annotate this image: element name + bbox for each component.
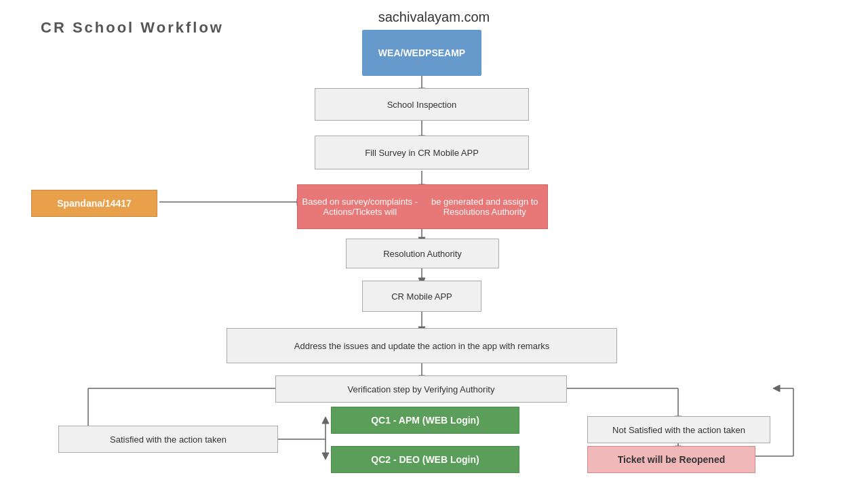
website-label: sachivalayam.com xyxy=(378,9,490,25)
not-satisfied-box: Not Satisfied with the action taken xyxy=(587,416,770,443)
spandana-box: Spandana/14417 xyxy=(31,190,157,217)
svg-marker-21 xyxy=(322,417,329,424)
qc1-box: QC1 - APM (WEB Login) xyxy=(331,407,519,434)
wea-box: WEA/WEDPSEAMP xyxy=(362,30,481,76)
based-on-survey-box: Based on survey/complaints - Actions/Tic… xyxy=(297,184,548,229)
svg-marker-32 xyxy=(773,385,780,392)
address-issues-box: Address the issues and update the action… xyxy=(226,328,617,363)
fill-survey-box: Fill Survey in CR Mobile APP xyxy=(315,136,529,169)
page: CR School Workflow sachivalayam.com xyxy=(0,0,868,488)
verification-box: Verification step by Verifying Authority xyxy=(275,375,567,403)
cr-mobile-app-box: CR Mobile APP xyxy=(362,281,481,312)
svg-marker-23 xyxy=(322,453,329,460)
school-inspection-box: School Inspection xyxy=(315,88,529,121)
satisfied-box: Satisfied with the action taken xyxy=(58,426,278,453)
ticket-reopened-box: Ticket will be Reopened xyxy=(587,446,755,473)
qc2-box: QC2 - DEO (WEB Login) xyxy=(331,446,519,473)
resolution-authority-box: Resolution Authority xyxy=(346,239,499,268)
page-title: CR School Workflow xyxy=(41,19,224,37)
